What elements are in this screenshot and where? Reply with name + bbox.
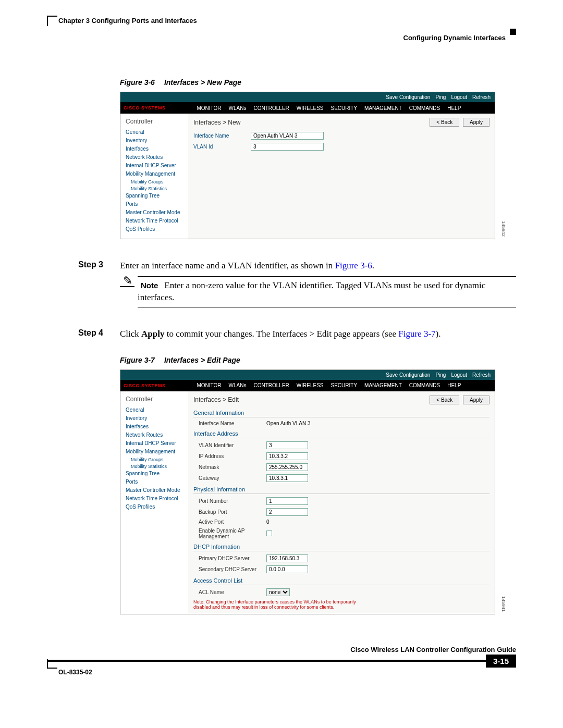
sb-ntp[interactable]: Network Time Protocol [126, 496, 183, 501]
section-dhcp: DHCP Information [193, 544, 489, 551]
input-vlan[interactable] [266, 441, 308, 449]
section-acl: Access Control List [193, 577, 489, 585]
breadcrumb: Interfaces > New [193, 119, 240, 126]
menu-management[interactable]: MANAGEMENT [364, 382, 402, 388]
menu-monitor[interactable]: MONITOR [197, 105, 222, 111]
screenshot-interfaces-new: Save Configuration Ping Logout Refresh C… [120, 92, 495, 239]
menu-controller[interactable]: CONTROLLER [253, 105, 289, 111]
sb-network-routes[interactable]: Network Routes [126, 432, 183, 438]
input-port[interactable] [266, 497, 308, 505]
step-3-label: Step 3 [78, 260, 120, 272]
step-3-text: Enter an interface name and a VLAN ident… [120, 260, 516, 272]
note-icon: ✎ [120, 274, 136, 287]
menu-wireless[interactable]: WIRELESS [297, 382, 324, 388]
link-figure-3-6[interactable]: Figure 3-6 [335, 261, 372, 270]
section-general: General Information [193, 410, 489, 417]
sb-ports[interactable]: Ports [126, 201, 183, 207]
corner-marker [510, 29, 516, 35]
figure-caption-3-7: Figure 3-7Interfaces > Edit Page [120, 356, 516, 364]
sb-spanning[interactable]: Spanning Tree [126, 471, 183, 476]
label-ip: IP Address [193, 453, 266, 459]
step-4-label: Step 4 [78, 328, 120, 340]
sb-spanning[interactable]: Spanning Tree [126, 193, 183, 199]
sidebar-title: Controller [126, 118, 183, 125]
sb-mob-groups[interactable]: Mobility Groups [131, 179, 183, 184]
menu-management[interactable]: MANAGEMENT [364, 105, 402, 111]
sb-ntp[interactable]: Network Time Protocol [126, 218, 183, 224]
sb-dhcp-server[interactable]: Internal DHCP Server [126, 440, 183, 446]
menu-security[interactable]: SECURITY [331, 105, 358, 111]
sb-general[interactable]: General [126, 129, 183, 135]
page-number: 3-15 [486, 655, 516, 668]
link-save-config[interactable]: Save Configuration [386, 372, 430, 378]
sb-qos[interactable]: QoS Profiles [126, 226, 183, 232]
cisco-logo: CISCO SYSTEMS [124, 383, 166, 388]
figure-id-1: 145942 [501, 221, 506, 237]
sb-interfaces[interactable]: Interfaces [126, 424, 183, 429]
menu-help[interactable]: HELP [447, 105, 461, 111]
menu-wlans[interactable]: WLANs [229, 105, 247, 111]
value-active: 0 [266, 519, 270, 525]
back-button[interactable]: < Back [430, 396, 459, 404]
input-gw[interactable] [266, 474, 308, 482]
sb-mob-stats[interactable]: Mobility Statistics [131, 464, 183, 469]
link-save-config[interactable]: Save Configuration [386, 94, 430, 100]
menu-wlans[interactable]: WLANs [229, 382, 247, 388]
doc-id: OL-8335-02 [47, 669, 92, 676]
link-refresh[interactable]: Refresh [472, 94, 491, 100]
sb-qos[interactable]: QoS Profiles [126, 504, 183, 510]
sidebar-title: Controller [126, 396, 183, 403]
label-iface-name: Interface Name [193, 421, 266, 426]
input-vlan-id[interactable] [251, 143, 324, 151]
running-header-left: Chapter 3 Configuring Ports and Interfac… [58, 17, 516, 24]
link-ping[interactable]: Ping [435, 372, 446, 378]
sb-inventory[interactable]: Inventory [126, 415, 183, 421]
label-dhcp1: Primary DHCP Server [193, 556, 266, 561]
sidebar: Controller General Inventory Interfaces … [120, 114, 188, 239]
menu-help[interactable]: HELP [447, 382, 461, 388]
sb-inventory[interactable]: Inventory [126, 138, 183, 143]
link-ping[interactable]: Ping [435, 94, 446, 100]
figure-id-2: 145941 [501, 596, 506, 612]
menu-wireless[interactable]: WIRELESS [297, 105, 324, 111]
label-vlan-id: VLAN Id [193, 144, 251, 150]
sb-master[interactable]: Master Controller Mode [126, 487, 183, 493]
apply-button[interactable]: Apply [463, 118, 489, 127]
label-iface-name: Interface Name [193, 133, 251, 139]
link-logout[interactable]: Logout [451, 94, 467, 100]
running-header-right: Configuring Dynamic Interfaces [47, 34, 506, 42]
input-mask[interactable] [266, 463, 308, 471]
input-backup[interactable] [266, 508, 308, 516]
input-dhcp2[interactable] [266, 565, 308, 573]
checkbox-dynap[interactable] [266, 530, 272, 536]
menu-controller[interactable]: CONTROLLER [253, 382, 289, 388]
back-button[interactable]: < Back [430, 118, 459, 127]
sb-ports[interactable]: Ports [126, 479, 183, 485]
sb-mob-stats[interactable]: Mobility Statistics [131, 186, 183, 191]
menu-commands[interactable]: COMMANDS [409, 105, 440, 111]
label-dhcp2: Secondary DHCP Server [193, 566, 266, 572]
input-iface-name[interactable] [251, 132, 324, 140]
link-figure-3-7[interactable]: Figure 3-7 [398, 329, 435, 339]
input-ip[interactable] [266, 452, 308, 460]
menu-security[interactable]: SECURITY [331, 382, 358, 388]
section-phys: Physical Information [193, 486, 489, 494]
sb-mobility[interactable]: Mobility Management [126, 171, 183, 177]
sb-master[interactable]: Master Controller Mode [126, 209, 183, 215]
apply-button[interactable]: Apply [463, 396, 489, 404]
sb-general[interactable]: General [126, 407, 183, 413]
figure-caption-3-6: Figure 3-6Interfaces > New Page [120, 78, 516, 87]
sb-interfaces[interactable]: Interfaces [126, 146, 183, 152]
sb-dhcp-server[interactable]: Internal DHCP Server [126, 163, 183, 168]
breadcrumb: Interfaces > Edit [193, 396, 239, 403]
menu-monitor[interactable]: MONITOR [197, 382, 222, 388]
sb-mobility[interactable]: Mobility Management [126, 449, 183, 454]
sb-mob-groups[interactable]: Mobility Groups [131, 457, 183, 462]
sb-network-routes[interactable]: Network Routes [126, 154, 183, 160]
select-acl[interactable]: none [266, 588, 290, 596]
link-logout[interactable]: Logout [451, 372, 467, 378]
link-refresh[interactable]: Refresh [472, 372, 491, 378]
menu-commands[interactable]: COMMANDS [409, 382, 440, 388]
input-dhcp1[interactable] [266, 554, 308, 562]
footer-guide: Cisco Wireless LAN Controller Configurat… [47, 646, 516, 653]
